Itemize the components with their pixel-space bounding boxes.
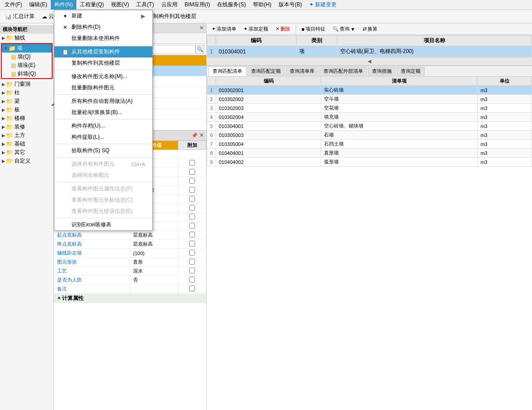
table-row: 起点底标高 层底标高 [54, 231, 206, 240]
table-row[interactable]: 1 010302001 实心砖墙 m3 [207, 86, 532, 95]
tab-query-list[interactable]: 查询清单库 [286, 66, 319, 76]
table-row[interactable]: 9 010404002 弧形墙 m3 [207, 158, 532, 167]
sidebar-item-foundation[interactable]: ▶ 📁 基础 [0, 140, 53, 148]
sidebar-item-wall-q[interactable]: ▦ 墙(Q) [2, 53, 52, 61]
add-quota-btn[interactable]: ✦ 添加定额 [240, 24, 271, 34]
prop-checkbox[interactable] [189, 277, 195, 282]
menu-new[interactable]: ✦ 新建 ▶ [54, 10, 152, 22]
add-list-btn[interactable]: ✦ 添加清单 [208, 24, 239, 34]
menu-pick[interactable]: 拾取构件(S) SQ [54, 145, 152, 156]
prop-checkbox[interactable] [189, 286, 195, 291]
table-row[interactable]: 2 010302002 空斗墙 m3 [207, 95, 532, 104]
tab-measures[interactable]: 查询措施 [368, 66, 396, 76]
table-row[interactable]: 4 010302004 填充墙 m3 [207, 113, 532, 122]
row-unit: m3 [478, 158, 532, 167]
menu-online[interactable]: 在线服务(S) [213, 0, 249, 9]
sidebar-item-other[interactable]: ▶ 📁 其它 [0, 148, 53, 157]
sidebar-item-beam[interactable]: ▶ 📁 梁 [0, 97, 53, 106]
sidebar-item-wall[interactable]: ▼ 📁 墙 [2, 44, 52, 53]
menu-batch-convert[interactable]: 批量砼/砂浆换算(B)... [54, 107, 152, 118]
prop-checkbox[interactable] [189, 259, 195, 265]
menu-help[interactable]: 帮助(H) [249, 0, 275, 9]
menu-extract[interactable]: 构件提取(L)... [54, 132, 152, 143]
menu-auto-method[interactable]: 所有构件自动套用做法(A) [54, 96, 152, 107]
prop-checkbox[interactable] [189, 196, 195, 202]
menu-view-props[interactable]: 查看构件图元属性信息(P) [54, 183, 152, 194]
menu-quantity[interactable]: 工程量(Q) [76, 0, 107, 9]
sidebar-item-decor[interactable]: ▶ 📁 装修 [0, 123, 53, 131]
prop-checkbox[interactable] [189, 232, 195, 238]
menu-version[interactable]: 版本号(B) [275, 0, 306, 9]
menu-delete-component[interactable]: ✕ 删除构件(D) [54, 22, 152, 33]
table-row[interactable]: 8 010404001 直形墙 m3 [207, 149, 532, 158]
menu-archive[interactable]: 构件存档(U)... [54, 120, 152, 132]
bottom-table: 编码 清单项 单位 1 010302001 实心砖墙 m3 2 01030200… [207, 76, 532, 167]
menu-bim[interactable]: BIM应用(I) [181, 0, 214, 9]
list-close-btn[interactable]: ✕ [200, 25, 204, 31]
summary-calc-btn[interactable]: 📊 汇总计算 [2, 11, 38, 22]
prop-checkbox[interactable] [189, 250, 195, 256]
oth-folder: 📁 [6, 149, 13, 156]
sidebar-item-wall-e[interactable]: ▦ 墙垛(E) [2, 61, 52, 70]
table-row[interactable]: 1 010304001 项 空心砖墙(厨卫、电梯四周-200) [207, 46, 532, 57]
prop-checkbox[interactable] [189, 268, 195, 273]
menu-batch-del-elem[interactable]: 批量删除构件图元 [54, 82, 152, 93]
menu-select-same[interactable]: 选择同名称图元 [54, 170, 152, 181]
menu-copy-to-floor[interactable]: 复制构件到其他楼层 [54, 57, 152, 69]
menu-modify-name[interactable]: 修改构件图元名称(M)... [54, 71, 152, 82]
add-quota-icon: ✦ [244, 26, 248, 32]
sidebar-item-custom[interactable]: ▶ 📁 自定义 [0, 157, 53, 165]
prop-checkbox[interactable] [189, 205, 195, 211]
sidebar-item-earthwork[interactable]: ▶ 📁 土方 [0, 131, 53, 140]
prop-checkbox[interactable] [189, 223, 195, 229]
prop-checkbox[interactable] [189, 178, 195, 184]
tab-match-external[interactable]: 查询匹配外部清单 [319, 66, 367, 76]
sidebar-item-axis[interactable]: ▶ 📁 轴线 [0, 34, 53, 42]
prop-checkbox[interactable] [189, 169, 195, 175]
search-btn[interactable]: 🔍 [195, 45, 204, 54]
item-feature-btn[interactable]: ■ 项目特征 [298, 24, 328, 34]
tab-match-quota[interactable]: 查询匹配定额 [247, 66, 285, 76]
menu-file[interactable]: 文件(F) [1, 0, 26, 9]
menu-edit[interactable]: 编辑(E) [26, 0, 51, 9]
sidebar-item-wall-q2[interactable]: ▦ 斜墙(Q) [2, 70, 52, 78]
sidebar-item-doorwindow[interactable]: ▶ 📁 门窗洞 [0, 80, 53, 88]
menu-batch-delete[interactable]: 批量删除未使用构件 [54, 33, 152, 44]
menu-view-coords[interactable]: 查看构件图元坐标信息(C) [54, 194, 152, 206]
menu-sep1 [54, 45, 152, 45]
menu-view-errors[interactable]: 查看构件图元错误信息(E) [54, 206, 152, 217]
folder-icon: 📁 [6, 35, 13, 41]
menu-copy-from-floor[interactable]: 📋 从其他楼层复制构件 [54, 46, 152, 57]
row-unit: m3 [478, 131, 532, 140]
prop-checkbox[interactable] [189, 187, 195, 193]
sidebar-item-stair[interactable]: ▶ 📁 楼梯 [0, 114, 53, 123]
right-panel: ✦ 添加清单 ✦ 添加定额 ✕ 删除 ■ 项目特征 🔍 查询 ▼ ⇄ [207, 23, 532, 410]
prop-checkbox[interactable] [189, 241, 195, 247]
slab-expand: ▶ [2, 107, 5, 112]
delete-btn[interactable]: ✕ 删除 [272, 24, 293, 34]
query-btn[interactable]: 🔍 查询 ▼ [329, 24, 359, 34]
menu-select-all[interactable]: 选择所有构件图元 Ctrl+A [54, 159, 152, 170]
menu-excel[interactable]: 识别Excel装修表 [54, 219, 152, 230]
table-row[interactable]: 7 010305004 石挡土墙 m3 [207, 140, 532, 149]
menu-tools[interactable]: 工具(T) [133, 0, 157, 9]
menu-view[interactable]: 视图(V) [107, 0, 133, 9]
sidebar-item-column[interactable]: ▶ 📁 柱 [0, 88, 53, 97]
props-close-btn[interactable]: ✕ [200, 132, 204, 138]
table-row[interactable]: 6 010305003 石墙 m3 [207, 131, 532, 140]
table-row[interactable]: 5 010304001 空心砖墙、砌块墙 m3 [207, 122, 532, 131]
pin-btn[interactable]: 📌 [191, 132, 198, 138]
table-row[interactable]: 3 010302003 空花墙 m3 [207, 104, 532, 113]
props-footer[interactable]: + 计算属性 [54, 294, 206, 303]
menu-component[interactable]: 构件(N) [51, 0, 76, 9]
tab-match-list[interactable]: 查询匹配清单 [208, 66, 246, 76]
menu-cloud[interactable]: 云应用 [158, 0, 181, 9]
row-num: 9 [207, 158, 216, 167]
sidebar-item-slab[interactable]: ▶ 📁 板 [0, 106, 53, 114]
decor-expand: ▶ [2, 124, 5, 129]
prop-checkbox[interactable] [189, 214, 195, 220]
prop-checkbox[interactable] [189, 160, 195, 166]
menu-newchange[interactable]: ✦ 新建变更 [306, 0, 340, 9]
convert-btn[interactable]: ⇄ 换算 [359, 24, 381, 34]
tab-query-quota[interactable]: 查询定额 [397, 66, 425, 76]
